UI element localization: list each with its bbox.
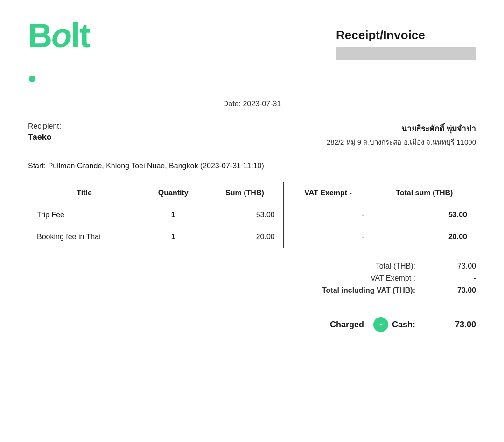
col-header-total: Total sum (THB) (373, 182, 476, 204)
table-row: Booking fee in Thai120.00-20.00 (28, 226, 476, 248)
vat-label: VAT Exempt : (266, 274, 429, 283)
cell-title: Trip Fee (28, 204, 140, 226)
total-vat-label: Total including VAT (THB): (266, 286, 429, 295)
col-header-quantity: Quantity (140, 182, 206, 204)
totals-section: Total (THB): 73.00 VAT Exempt : - Total … (28, 262, 476, 298)
total-row: Total (THB): 73.00 (266, 262, 476, 270)
col-header-sum: Sum (THB) (206, 182, 284, 204)
recipient-name: Taeko (28, 132, 61, 142)
trip-start-label: Start: (28, 162, 46, 170)
total-vat-value: 73.00 (429, 286, 476, 295)
thai-address: 282/2 หมู่ 9 ต.บางกระสอ อ.เมือง จ.นนทบุร… (327, 137, 476, 148)
trip-start-info: Pullman Grande, Khlong Toei Nuae, Bangko… (48, 162, 264, 170)
date-label: Date: (223, 100, 241, 108)
bolt-text: Bolt (28, 17, 90, 54)
cell-quantity: 1 (140, 204, 206, 226)
date-section: Date: 2023-07-31 (28, 100, 476, 108)
cell-total: 20.00 (373, 226, 476, 248)
vat-value: - (429, 274, 476, 283)
invoice-id-bar (336, 47, 476, 60)
charged-value: 73.00 (429, 320, 476, 330)
thai-name: นายธีระศักดิ์ พุ่มจำปา (327, 122, 476, 135)
recipient-label: Recipient: (28, 122, 61, 131)
charged-label: Charged (330, 320, 370, 330)
cell-vat: - (283, 204, 373, 226)
charged-section: Charged Cash: 73.00 (28, 317, 476, 332)
col-header-title: Title (28, 182, 140, 204)
bolt-logo: Bolt (28, 19, 90, 86)
total-value: 73.00 (429, 262, 476, 270)
total-label: Total (THB): (266, 262, 429, 270)
trip-info: Start: Pullman Grande, Khlong Toei Nuae,… (28, 162, 476, 170)
recipient-row: Recipient: Taeko นายธีระศักดิ์ พุ่มจำปา … (28, 122, 476, 148)
header-section: Bolt Receipt/Invoice (28, 19, 476, 86)
invoice-title: Receipt/Invoice (336, 28, 476, 42)
cell-total: 53.00 (373, 204, 476, 226)
recipient-right: นายธีระศักดิ์ พุ่มจำปา 282/2 หมู่ 9 ต.บา… (327, 122, 476, 148)
cell-sum: 20.00 (206, 226, 284, 248)
charged-row: Charged Cash: 73.00 (266, 317, 476, 332)
total-vat-row: Total including VAT (THB): 73.00 (266, 286, 476, 295)
table-row: Trip Fee153.00-53.00 (28, 204, 476, 226)
invoice-table: Title Quantity Sum (THB) VAT Exempt - To… (28, 182, 476, 248)
logo-container: Bolt (28, 19, 90, 86)
col-header-vat: VAT Exempt - (283, 182, 373, 204)
cash-icon (373, 317, 388, 332)
cell-quantity: 1 (140, 226, 206, 248)
table-header-row: Title Quantity Sum (THB) VAT Exempt - To… (28, 182, 476, 204)
cell-title: Booking fee in Thai (28, 226, 140, 248)
vat-exempt-row: VAT Exempt : - (266, 274, 476, 283)
bolt-dot (29, 76, 35, 82)
date-value: 2023-07-31 (243, 100, 281, 108)
recipient-left: Recipient: Taeko (28, 122, 61, 142)
cell-sum: 53.00 (206, 204, 284, 226)
recipient-section: Recipient: Taeko นายธีระศักดิ์ พุ่มจำปา … (28, 122, 476, 148)
cell-vat: - (283, 226, 373, 248)
invoice-title-block: Receipt/Invoice (336, 19, 476, 60)
charged-cash-label: Cash: (392, 320, 429, 330)
